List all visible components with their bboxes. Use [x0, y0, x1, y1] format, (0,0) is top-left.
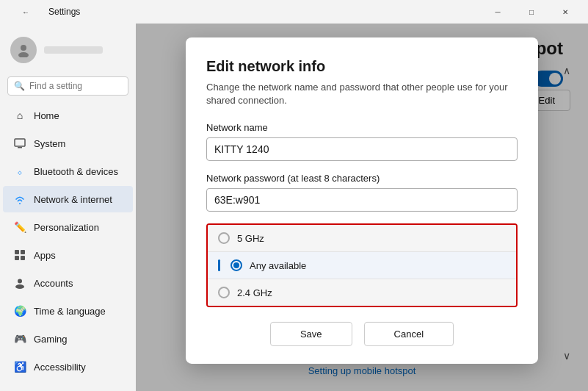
password-input[interactable]: [206, 188, 518, 212]
sidebar-item-label: System: [34, 138, 65, 149]
app-container: 🔍 ⌂ Home System ⬦ Bluetooth & devices Ne…: [0, 24, 588, 391]
personalization-icon: ✏️: [13, 220, 26, 234]
svg-point-0: [21, 45, 26, 51]
sidebar-item-gaming[interactable]: 🎮 Gaming: [3, 326, 133, 352]
sidebar-item-label: Bluetooth & devices: [34, 166, 118, 177]
svg-point-10: [15, 284, 24, 289]
user-name-bar: [44, 46, 103, 54]
radio-dot-24ghz: [218, 287, 230, 298]
user-profile[interactable]: [0, 29, 136, 71]
radio-option-5ghz[interactable]: 5 GHz: [208, 225, 516, 252]
maximize-button[interactable]: □: [515, 0, 548, 24]
svg-rect-5: [15, 250, 19, 254]
window-controls: ─ □ ✕: [481, 0, 582, 24]
avatar: [10, 37, 37, 63]
svg-point-9: [18, 279, 22, 284]
sidebar-item-label: Network & internet: [34, 194, 112, 205]
selected-indicator: [218, 259, 220, 271]
sidebar-item-accessibility[interactable]: ♿ Accessibility: [3, 354, 133, 380]
radio-label-any: Any available: [250, 260, 306, 271]
sidebar-item-label: Accessibility: [34, 362, 86, 373]
back-button[interactable]: ←: [9, 0, 43, 24]
sidebar-item-system[interactable]: System: [3, 130, 133, 157]
svg-rect-3: [18, 147, 22, 148]
sidebar-item-label: Accounts: [34, 278, 73, 289]
radio-label-24ghz: 2.4 GHz: [237, 287, 272, 298]
sidebar-item-home[interactable]: ⌂ Home: [3, 102, 133, 129]
search-icon: 🔍: [14, 81, 25, 91]
sidebar: 🔍 ⌂ Home System ⬦ Bluetooth & devices Ne…: [0, 24, 136, 391]
search-box[interactable]: 🔍: [7, 76, 128, 96]
sidebar-item-network[interactable]: Network & internet: [3, 186, 133, 212]
radio-label-5ghz: 5 GHz: [237, 233, 264, 244]
sidebar-item-label: Gaming: [34, 334, 68, 345]
search-input[interactable]: [29, 81, 122, 91]
edit-network-dialog: Edit network info Change the network nam…: [186, 37, 538, 364]
svg-rect-2: [15, 139, 25, 146]
apps-icon: [13, 248, 26, 262]
dialog-title: Edit network info: [206, 58, 518, 75]
network-name-input[interactable]: [206, 137, 518, 161]
close-button[interactable]: ✕: [548, 0, 582, 24]
accessibility-icon: ♿: [13, 360, 26, 373]
radio-option-24ghz[interactable]: 2.4 GHz: [208, 279, 516, 306]
main-content: otspot On Edit ∧ ∨ Setting up mobile hot…: [136, 24, 588, 391]
gaming-icon: 🎮: [13, 332, 26, 345]
svg-rect-6: [21, 250, 25, 254]
password-label: Network password (at least 8 characters): [206, 173, 518, 184]
time-icon: 🌍: [13, 304, 26, 318]
sidebar-item-time[interactable]: 🌍 Time & language: [3, 298, 133, 324]
home-icon: ⌂: [13, 109, 26, 122]
save-button[interactable]: Save: [270, 322, 352, 346]
dialog-buttons: Save Cancel: [206, 322, 518, 346]
cancel-button[interactable]: Cancel: [364, 322, 454, 346]
sidebar-item-bluetooth[interactable]: ⬦ Bluetooth & devices: [3, 158, 133, 184]
network-icon: [13, 193, 26, 206]
title-bar: ← Settings ─ □ ✕: [0, 0, 588, 24]
sidebar-item-accounts[interactable]: Accounts: [3, 270, 133, 296]
svg-rect-8: [21, 256, 25, 260]
network-name-label: Network name: [206, 122, 518, 133]
sidebar-item-label: Personalization: [34, 222, 99, 233]
radio-dot-any: [231, 259, 242, 271]
bluetooth-icon: ⬦: [13, 165, 26, 178]
app-title: Settings: [48, 7, 80, 17]
dialog-description: Change the network name and password tha…: [206, 81, 518, 107]
sidebar-item-apps[interactable]: Apps: [3, 242, 133, 268]
sidebar-item-label: Time & language: [34, 306, 106, 317]
accounts-icon: [13, 276, 26, 290]
svg-point-4: [19, 203, 21, 204]
sidebar-item-personalization[interactable]: ✏️ Personalization: [3, 214, 133, 240]
radio-option-any[interactable]: Any available: [208, 252, 516, 279]
system-icon: [13, 137, 26, 150]
sidebar-item-label: Home: [34, 110, 59, 121]
frequency-radio-group: 5 GHz Any available 2.4 GHz: [206, 223, 518, 307]
svg-rect-7: [15, 256, 19, 260]
minimize-button[interactable]: ─: [481, 0, 515, 24]
sidebar-item-label: Apps: [34, 250, 56, 261]
svg-point-1: [18, 52, 29, 57]
radio-dot-5ghz: [218, 232, 230, 244]
